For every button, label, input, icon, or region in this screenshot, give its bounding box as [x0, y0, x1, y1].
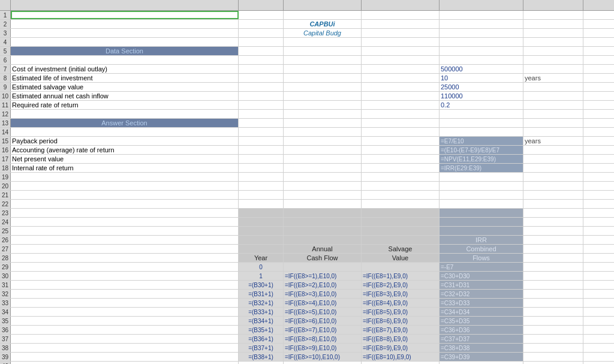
cell-c-13[interactable]: [284, 119, 362, 127]
cell-e-16[interactable]: =(E10-(E7-E9)/E8)/E7: [440, 146, 523, 154]
cell-c-10[interactable]: [284, 92, 362, 100]
cell-a-32[interactable]: [11, 290, 239, 298]
cell-c-34[interactable]: =IF((E8>=5),E10,0): [284, 308, 362, 316]
cell-a-15[interactable]: Payback period: [11, 137, 239, 145]
cell-a-39[interactable]: [11, 353, 239, 361]
cell-f-24[interactable]: [523, 218, 583, 226]
cell-e-6[interactable]: [440, 56, 523, 64]
cell-b-2[interactable]: [239, 20, 284, 28]
cell-d-18[interactable]: [362, 164, 440, 172]
cell-f-32[interactable]: [523, 290, 583, 298]
cell-f-31[interactable]: [523, 281, 583, 289]
cell-c-11[interactable]: [284, 101, 362, 109]
cell-e-36[interactable]: =C36+D36: [440, 326, 523, 334]
cell-d-1[interactable]: [362, 11, 440, 19]
cell-e-23[interactable]: [440, 209, 523, 217]
cell-e-24[interactable]: [440, 218, 523, 226]
cell-e-9[interactable]: 25000: [440, 83, 523, 91]
cell-a-30[interactable]: [11, 272, 239, 280]
cell-b-29[interactable]: 0: [239, 263, 284, 271]
cell-d-28[interactable]: Value: [362, 254, 440, 262]
cell-b-1[interactable]: [239, 11, 284, 19]
cell-a-11[interactable]: Required rate of return: [11, 101, 239, 109]
cell-e-10[interactable]: 110000: [440, 92, 523, 100]
cell-f-5[interactable]: [523, 47, 583, 55]
cell-e-31[interactable]: =C31+D31: [440, 281, 523, 289]
cell-d-8[interactable]: [362, 74, 440, 82]
cell-a-19[interactable]: [11, 173, 239, 181]
cell-d-14[interactable]: [362, 128, 440, 136]
cell-d-21[interactable]: [362, 191, 440, 199]
cell-d-3[interactable]: [362, 29, 440, 37]
cell-b-13[interactable]: [239, 119, 284, 127]
cell-f-25[interactable]: [523, 227, 583, 235]
cell-a-18[interactable]: Internal rate of return: [11, 164, 239, 172]
cell-d-22[interactable]: [362, 200, 440, 208]
cell-f-38[interactable]: [523, 344, 583, 352]
cell-e-35[interactable]: =C35+D35: [440, 317, 523, 325]
cell-d-38[interactable]: =IF((E8=9),E9,0): [362, 344, 440, 352]
cell-c-30[interactable]: =IF((E8>=1),E10,0): [284, 272, 362, 280]
cell-d-27[interactable]: Salvage: [362, 245, 440, 253]
cell-c-2[interactable]: CAPBUi: [284, 20, 362, 28]
cell-b-8[interactable]: [239, 74, 284, 82]
cell-f-40[interactable]: [523, 362, 583, 364]
cell-a-4[interactable]: [11, 38, 239, 46]
cell-c-23[interactable]: [284, 209, 362, 217]
cell-c-12[interactable]: [284, 110, 362, 118]
cell-a-1[interactable]: [11, 11, 239, 19]
cell-b-20[interactable]: [239, 182, 284, 190]
cell-a-33[interactable]: [11, 299, 239, 307]
cell-d-9[interactable]: [362, 83, 440, 91]
cell-c-5[interactable]: [284, 47, 362, 55]
cell-f-35[interactable]: [523, 317, 583, 325]
cell-f-20[interactable]: [523, 182, 583, 190]
cell-e-8[interactable]: 10: [440, 74, 523, 82]
cell-c-8[interactable]: [284, 74, 362, 82]
cell-b-3[interactable]: [239, 29, 284, 37]
cell-c-14[interactable]: [284, 128, 362, 136]
cell-a-14[interactable]: [11, 128, 239, 136]
cell-e-5[interactable]: [440, 47, 523, 55]
cell-c-21[interactable]: [284, 191, 362, 199]
cell-f-27[interactable]: [523, 245, 583, 253]
cell-f-30[interactable]: [523, 272, 583, 280]
cell-f-6[interactable]: [523, 56, 583, 64]
cell-e-20[interactable]: [440, 182, 523, 190]
cell-d-15[interactable]: [362, 137, 440, 145]
cell-a-3[interactable]: [11, 29, 239, 37]
cell-d-11[interactable]: [362, 101, 440, 109]
cell-b-27[interactable]: [239, 245, 284, 253]
cell-c-3[interactable]: Capital Budg: [284, 29, 362, 37]
cell-f-2[interactable]: [523, 20, 583, 28]
cell-a-38[interactable]: [11, 344, 239, 352]
cell-e-12[interactable]: [440, 110, 523, 118]
cell-b-28[interactable]: Year: [239, 254, 284, 262]
cell-e-32[interactable]: =C32+D32: [440, 290, 523, 298]
cell-c-36[interactable]: =IF((E8>=7),E10,0): [284, 326, 362, 334]
cell-e-2[interactable]: [440, 20, 523, 28]
cell-d-19[interactable]: [362, 173, 440, 181]
cell-d-39[interactable]: =IF((E8=10),E9,0): [362, 353, 440, 361]
cell-c-24[interactable]: [284, 218, 362, 226]
cell-d-16[interactable]: [362, 146, 440, 154]
cell-c-37[interactable]: =IF((E8>=8),E10,0): [284, 335, 362, 343]
cell-b-32[interactable]: =(B31+1): [239, 290, 284, 298]
cell-c-9[interactable]: [284, 83, 362, 91]
cell-a-31[interactable]: [11, 281, 239, 289]
cell-f-39[interactable]: [523, 353, 583, 361]
cell-e-40[interactable]: [440, 362, 523, 364]
cell-d-12[interactable]: [362, 110, 440, 118]
cell-e-30[interactable]: =C30+D30: [440, 272, 523, 280]
cell-f-19[interactable]: [523, 173, 583, 181]
cell-c-22[interactable]: [284, 200, 362, 208]
cell-d-29[interactable]: [362, 263, 440, 271]
cell-e-25[interactable]: [440, 227, 523, 235]
cell-b-11[interactable]: [239, 101, 284, 109]
cell-e-37[interactable]: =C37+D37: [440, 335, 523, 343]
cell-a-8[interactable]: Estimated life of investment: [11, 74, 239, 82]
cell-f-17[interactable]: [523, 155, 583, 163]
cell-c-1[interactable]: [284, 11, 362, 19]
cell-a-35[interactable]: [11, 317, 239, 325]
cell-e-26[interactable]: IRR: [440, 236, 523, 244]
